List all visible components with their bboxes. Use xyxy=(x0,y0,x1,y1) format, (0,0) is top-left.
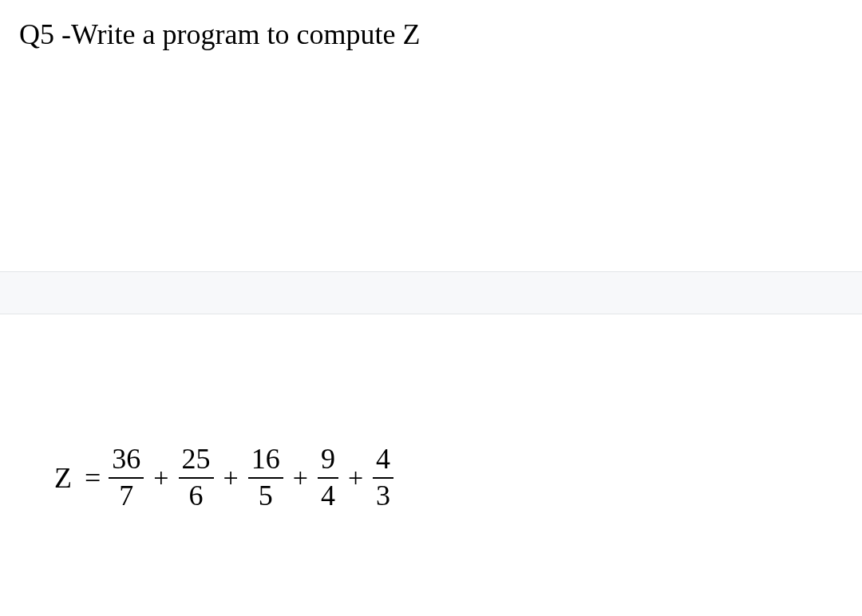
equals-sign: = xyxy=(85,461,101,495)
plus-sign: + xyxy=(348,463,363,493)
fraction-4-numerator: 9 xyxy=(318,444,338,476)
fraction-3-bar xyxy=(248,477,283,479)
fraction-1-denominator: 7 xyxy=(116,480,136,512)
equation: Z = 36 7 + 25 6 + 16 5 + 9 4 + 4 3 xyxy=(54,444,395,511)
fraction-4: 9 4 xyxy=(318,444,338,511)
fraction-5: 4 3 xyxy=(373,444,393,511)
section-divider xyxy=(0,271,862,314)
fraction-4-denominator: 4 xyxy=(318,480,338,512)
fraction-3-numerator: 16 xyxy=(248,444,283,476)
plus-sign: + xyxy=(153,463,168,493)
fraction-2-denominator: 6 xyxy=(186,480,207,512)
fraction-3-denominator: 5 xyxy=(255,480,276,512)
plus-sign: + xyxy=(293,463,308,493)
fraction-3: 16 5 xyxy=(248,444,283,511)
fraction-2-bar xyxy=(179,477,214,479)
fraction-5-bar xyxy=(373,477,393,479)
question-text: Q5 -Write a program to compute Z xyxy=(19,18,420,51)
fraction-1-numerator: 36 xyxy=(109,444,144,476)
fraction-5-denominator: 3 xyxy=(373,480,393,512)
fraction-2: 25 6 xyxy=(179,444,214,511)
equation-variable: Z xyxy=(54,461,72,495)
plus-sign: + xyxy=(223,463,239,493)
fraction-2-numerator: 25 xyxy=(179,444,214,476)
fraction-1: 36 7 xyxy=(109,444,144,511)
fraction-1-bar xyxy=(109,477,144,479)
fraction-5-numerator: 4 xyxy=(373,444,393,476)
fraction-4-bar xyxy=(318,477,338,479)
